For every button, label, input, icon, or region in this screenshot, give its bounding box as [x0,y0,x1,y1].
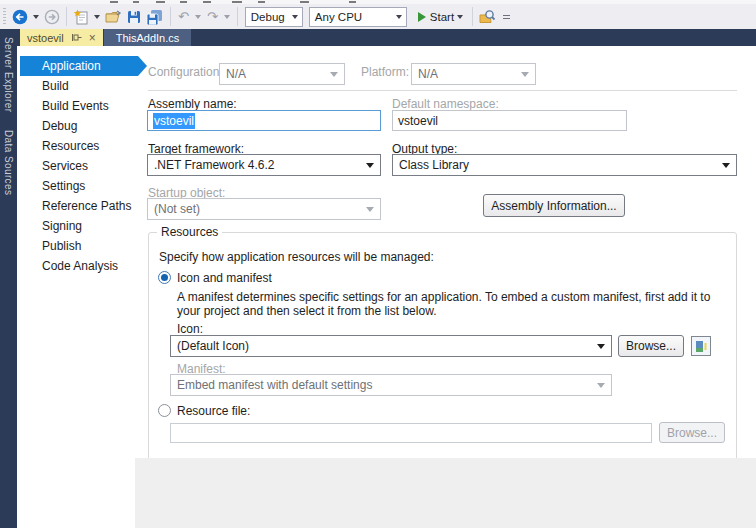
visual-studio-window: ↶ ↷ Debug Any CPU Start [0,0,756,528]
toolbar-separator [66,7,67,26]
assembly-name-value: vstoevil [153,113,195,129]
navigate-forward-icon [44,9,60,25]
start-debugging-button[interactable]: Start [410,6,468,28]
resource-file-label: Resource file: [177,404,250,418]
open-folder-icon [105,9,122,25]
application-properties-form: Configuration: N/A Platform: N/A Assembl… [135,46,756,458]
assembly-name-input[interactable]: vstoevil [147,110,381,131]
manifest-help-line2: your project and then select it from the… [177,304,436,318]
start-label: Start [430,11,454,23]
chevron-down-icon [722,163,730,168]
icon-label: Icon: [177,322,203,336]
assembly-name-label: Assembly name: [148,97,237,111]
startup-object-combobox: (Not set) [147,198,381,220]
property-pages-nav: Application Build Build Events Debug Res… [17,46,135,528]
resources-groupbox: Resources Specify how application resour… [148,232,737,483]
close-icon[interactable]: × [89,32,96,44]
tab-vstoevil[interactable]: vstoevil × [20,29,103,46]
play-icon [418,12,426,22]
startup-object-value: (Not set) [154,202,200,216]
new-project-button[interactable] [71,6,91,28]
navigate-forward-button[interactable] [42,6,62,28]
icon-browse-button[interactable]: Browse... [618,335,684,357]
toolbar-separator [472,7,473,26]
navigate-back-button[interactable] [10,6,30,28]
chevron-down-icon [396,15,402,19]
tab-label: ThisAddIn.cs [116,32,180,44]
toolbar-separator [170,7,171,26]
redo-dropdown[interactable] [224,15,230,19]
manifest-combobox: Embed manifest with default settings [170,374,612,396]
nav-item-build-events[interactable]: Build Events [17,96,135,116]
default-namespace-label: Default namespace: [392,97,499,111]
save-button[interactable] [124,6,144,28]
configuration-value: N/A [226,67,246,81]
nav-item-publish[interactable]: Publish [17,236,135,256]
document-background [135,458,756,528]
undo-button[interactable]: ↶ [175,6,192,28]
solution-configuration-combobox[interactable]: Debug [245,7,303,27]
tab-thisaddin-cs[interactable]: ThisAddIn.cs [104,29,192,46]
resources-group-title: Resources [157,225,222,239]
undo-dropdown[interactable] [195,15,201,19]
assembly-information-button[interactable]: Assembly Information... [483,194,625,217]
toolbar-drag-grip[interactable] [3,8,6,25]
configuration-combobox: N/A [219,63,345,85]
solution-platform-combobox[interactable]: Any CPU [309,7,407,27]
platform-label: Platform: [361,65,409,79]
default-namespace-value: vstoevil [398,114,438,128]
output-type-combobox[interactable]: Class Library [392,154,737,176]
nav-item-reference-paths[interactable]: Reference Paths [17,196,135,216]
new-project-icon [73,9,89,25]
undo-icon: ↶ [177,10,190,23]
icon-and-manifest-label: Icon and manifest [177,271,272,285]
nav-item-resources[interactable]: Resources [17,136,135,156]
left-tool-strip: Server Explorer Data Sources [0,29,17,528]
pin-icon[interactable] [72,33,82,42]
redo-icon: ↷ [206,10,219,23]
icon-preview-button[interactable] [691,336,711,356]
chevron-down-icon [521,72,529,77]
toolbar-separator [237,7,238,26]
nav-item-code-analysis[interactable]: Code Analysis [17,256,135,276]
navigate-back-icon [12,9,28,25]
icon-and-manifest-radio[interactable] [158,271,171,284]
divider [148,90,737,91]
nav-item-build[interactable]: Build [17,76,135,96]
save-icon [126,9,142,25]
find-in-files-icon [479,9,496,25]
standard-toolbar: ↶ ↷ Debug Any CPU Start [0,4,756,29]
toolbar-options-button[interactable] [503,15,510,19]
chevron-down-icon [292,15,298,19]
manifest-help-line1: A manifest determines specific settings … [177,290,710,304]
target-framework-combobox[interactable]: .NET Framework 4.6.2 [147,154,381,176]
platform-combobox: N/A [411,63,536,85]
output-type-value: Class Library [399,158,469,172]
nav-item-settings[interactable]: Settings [17,176,135,196]
navigate-back-dropdown[interactable] [33,15,39,19]
redo-button[interactable]: ↷ [204,6,221,28]
solution-platform-value: Any CPU [315,11,362,23]
open-file-button[interactable] [103,6,124,28]
server-explorer-vertical-tab[interactable]: Server Explorer [3,37,14,112]
icon-combobox[interactable]: (Default Icon) [170,335,612,357]
nav-item-application[interactable]: Application [20,56,138,76]
icon-value: (Default Icon) [177,339,249,353]
find-in-files-button[interactable] [477,6,498,28]
new-project-dropdown[interactable] [94,15,100,19]
platform-value: N/A [418,67,438,81]
start-dropdown[interactable] [457,15,463,19]
manifest-value: Embed manifest with default settings [177,378,372,392]
resource-file-radio[interactable] [158,404,171,417]
resource-file-input [170,423,652,443]
document-tab-strip: vstoevil × ThisAddIn.cs [0,29,756,46]
chevron-down-icon [597,383,605,388]
save-all-button[interactable] [144,6,166,28]
save-all-icon [146,9,164,25]
nav-item-signing[interactable]: Signing [17,216,135,236]
nav-item-debug[interactable]: Debug [17,116,135,136]
nav-item-services[interactable]: Services [17,156,135,176]
data-sources-vertical-tab[interactable]: Data Sources [3,130,14,195]
default-app-icon [696,341,707,352]
tab-label: vstoevil [27,32,64,44]
